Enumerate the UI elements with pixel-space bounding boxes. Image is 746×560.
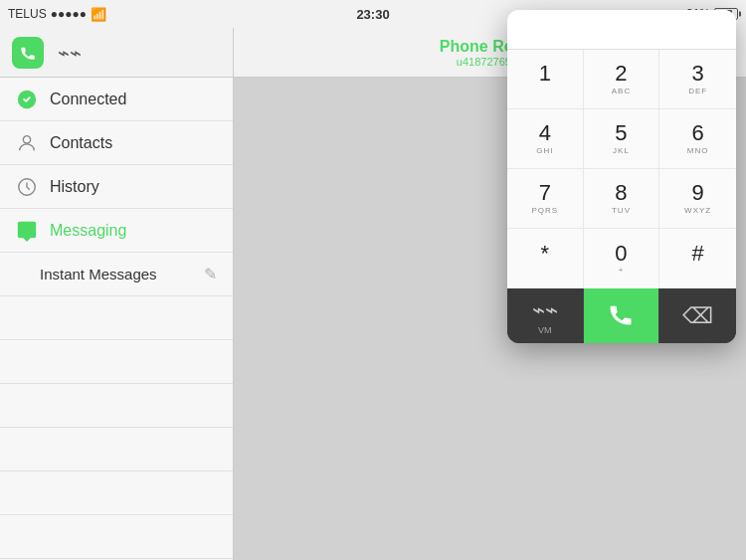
call-phone-icon xyxy=(607,300,635,332)
dialpad-bottom-row: ⌁⌁ VM ⌫ xyxy=(507,288,736,343)
voicemail-symbol: ⌁⌁ xyxy=(532,297,558,323)
dial-button-6[interactable]: 6 MNO xyxy=(659,109,736,169)
status-time: 23:30 xyxy=(356,7,389,22)
contacts-label: Contacts xyxy=(50,134,112,152)
sidebar-item-messaging[interactable]: Messaging xyxy=(0,209,233,253)
empty-row-3 xyxy=(0,384,233,428)
dial-button-9[interactable]: 9 WXYZ xyxy=(659,169,736,229)
signal-dots: ●●●●● xyxy=(51,7,87,21)
dial-button-4[interactable]: 4 GHI xyxy=(507,109,584,169)
voicemail-icon[interactable]: ⌁⌁ xyxy=(58,41,82,65)
dialpad: 1 2 ABC 3 DEF 4 GHI 5 JKL 6 MNO 7 PQRS xyxy=(507,10,736,343)
compose-icon: ✎ xyxy=(204,265,217,283)
dialpad-display xyxy=(507,10,736,50)
dial-button-0[interactable]: 0 + xyxy=(584,229,660,288)
clock-icon xyxy=(16,176,38,198)
dial-button-2[interactable]: 2 ABC xyxy=(584,50,660,109)
call-button[interactable] xyxy=(584,288,660,343)
dialpad-grid: 1 2 ABC 3 DEF 4 GHI 5 JKL 6 MNO 7 PQRS xyxy=(507,50,736,288)
dial-button-8[interactable]: 8 TUV xyxy=(584,169,660,229)
status-left: TELUS ●●●●● 📶 xyxy=(8,7,106,22)
messaging-label: Messaging xyxy=(50,222,126,240)
sidebar-item-history[interactable]: History xyxy=(0,165,233,209)
voicemail-label: VM xyxy=(538,325,552,335)
history-label: History xyxy=(50,178,99,196)
empty-row-2 xyxy=(0,340,233,384)
connected-label: Connected xyxy=(50,91,126,108)
instant-messages-label: Instant Messages xyxy=(40,266,157,282)
voicemail-button[interactable]: ⌁⌁ VM xyxy=(507,288,584,343)
empty-row-5 xyxy=(0,471,233,515)
empty-row-1 xyxy=(0,296,233,340)
dial-button-3[interactable]: 3 DEF xyxy=(659,50,736,109)
person-icon xyxy=(16,132,38,154)
delete-button[interactable]: ⌫ xyxy=(659,288,736,343)
sidebar-header: ⌁⌁ xyxy=(0,28,233,78)
sidebar: ⌁⌁ Connected Contacts xyxy=(0,28,234,560)
dial-button-1[interactable]: 1 xyxy=(507,50,584,109)
phone-app-icon[interactable] xyxy=(12,37,44,69)
checkmark-circle-icon xyxy=(16,89,38,110)
backspace-icon: ⌫ xyxy=(682,303,713,329)
dial-button-7[interactable]: 7 PQRS xyxy=(507,169,584,229)
carrier-label: TELUS xyxy=(8,7,47,21)
dial-button-5[interactable]: 5 JKL xyxy=(584,109,660,169)
sidebar-subitem-instant-messages[interactable]: Instant Messages ✎ xyxy=(0,253,233,296)
bubble-icon xyxy=(16,220,38,242)
dial-button-hash[interactable]: # xyxy=(659,229,736,288)
empty-row-4 xyxy=(0,428,233,471)
sidebar-item-connected[interactable]: Connected xyxy=(0,78,233,121)
dial-button-star[interactable]: * xyxy=(507,229,584,288)
svg-point-1 xyxy=(23,135,30,142)
empty-row-6 xyxy=(0,515,233,559)
sidebar-item-contacts[interactable]: Contacts xyxy=(0,121,233,165)
wifi-icon: 📶 xyxy=(91,7,106,22)
